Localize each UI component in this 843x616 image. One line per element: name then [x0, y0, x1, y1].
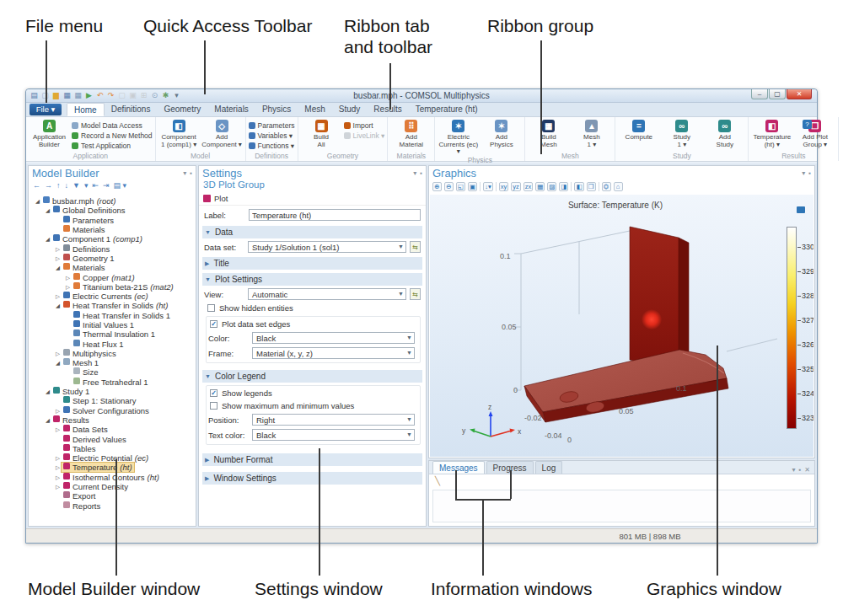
application-builder-button[interactable]: AApplication Builder: [29, 119, 70, 148]
panel-menu-icon[interactable]: ▾: [413, 169, 416, 177]
tree-expand-icon[interactable]: ▷: [64, 273, 72, 282]
transparency-icon[interactable]: ▨: [547, 182, 556, 191]
wireframe-icon[interactable]: ◨: [559, 182, 568, 191]
tree-expand-icon[interactable]: ◢: [54, 358, 62, 367]
title-bar[interactable]: ▤▢▆▦▦▶↶↷▢▣⊞⊙✱▾ busbar.mph - COMSOL Multi…: [26, 89, 817, 103]
tree-item[interactable]: ▷Current Density: [30, 482, 196, 491]
zoom-out-icon[interactable]: ⊖: [444, 182, 454, 191]
go-to-default-view-icon[interactable]: [797, 206, 805, 213]
component-1-button[interactable]: ◧Component 1 (comp1) ▾: [158, 119, 200, 148]
tree-item[interactable]: Size: [30, 367, 196, 377]
print-icon[interactable]: ◧: [574, 182, 583, 191]
variables-button[interactable]: Variables ▾: [249, 131, 295, 140]
ribbon-tab-physics[interactable]: Physics: [255, 103, 298, 116]
tree-item[interactable]: ◢Heat Transfer in Solids(ht): [30, 301, 196, 310]
ribbon-tab-definitions[interactable]: Definitions: [105, 103, 158, 116]
lock-icon[interactable]: ⌂: [614, 182, 623, 191]
tree-item[interactable]: ◢Materials: [30, 263, 196, 272]
parameters-button[interactable]: Parameters: [249, 121, 295, 130]
info-tab-messages[interactable]: Messages: [432, 461, 485, 474]
tree-item[interactable]: Derived Values: [30, 434, 196, 443]
tree-expand-icon[interactable]: ▷: [64, 282, 72, 292]
tree-item[interactable]: Heat Flux 1: [30, 339, 196, 348]
tree-expand-icon[interactable]: ◢: [44, 415, 51, 425]
view-select[interactable]: Automatic▼: [248, 288, 406, 300]
ribbon-tab-materials[interactable]: Materials: [207, 103, 255, 116]
tree-expand-icon[interactable]: ▷: [54, 292, 62, 301]
tree-item[interactable]: Heat Transfer in Solids 1: [30, 311, 196, 320]
tree-item[interactable]: ◢Component 1(comp1): [30, 234, 196, 244]
panel-menu-icon[interactable]: ▾: [183, 169, 186, 177]
tree-item[interactable]: ◢busbar.mph(root): [30, 196, 196, 206]
ribbon-tab-temperature-ht[interactable]: Temperature (ht): [409, 103, 485, 116]
study-1-button[interactable]: ∞Study 1 ▾: [661, 119, 702, 148]
tree-toolbar-icon[interactable]: →: [45, 181, 52, 190]
tree-item[interactable]: ▷Copper(mat1): [30, 272, 196, 281]
tree-item[interactable]: ◢Study 1: [30, 387, 196, 396]
tree-item[interactable]: ▷Definitions: [30, 244, 196, 253]
tree-item[interactable]: ▷Temperature(ht): [30, 463, 196, 472]
build-all-button[interactable]: ▦Build All: [301, 119, 342, 148]
pin-icon[interactable]: ▪: [808, 169, 811, 177]
minimize-button[interactable]: ‒: [751, 89, 768, 99]
tree-expand-icon[interactable]: ▷: [54, 244, 62, 254]
tree-item[interactable]: ▷Isothermal Contours(ht): [30, 473, 196, 482]
tree-item[interactable]: ▷Electric Currents(ec): [30, 292, 196, 301]
record-a-new-method-button[interactable]: Record a New Method: [72, 131, 153, 140]
graphics-plot-area[interactable]: Surface: Temperature (K): [430, 195, 813, 457]
orientation-icon[interactable]: ↓▾: [483, 182, 493, 191]
plot-edges-checkbox[interactable]: ✓: [210, 320, 217, 328]
go-to-zx-view-icon[interactable]: zx: [524, 182, 534, 191]
build-mesh-button[interactable]: ▦Build Mesh: [528, 119, 569, 148]
tree-toolbar-icon[interactable]: ↓: [65, 181, 69, 190]
tree-item[interactable]: Step 1: Stationary: [30, 396, 196, 405]
tree-expand-icon[interactable]: ◢: [44, 387, 51, 396]
tree-item[interactable]: ◢Mesh 1: [30, 358, 196, 367]
add-material-button[interactable]: ⠿Add Material: [390, 119, 432, 148]
show-hidden-checkbox[interactable]: [207, 304, 215, 312]
livelink-button[interactable]: LiveLink ▾: [344, 131, 385, 140]
ribbon-tab-geometry[interactable]: Geometry: [157, 103, 207, 116]
pin-icon[interactable]: ▪: [420, 169, 422, 177]
pin-icon[interactable]: ▪: [798, 466, 801, 474]
go-to-yz-view-icon[interactable]: yz: [511, 182, 521, 191]
tree-toolbar-icon[interactable]: ⇤: [92, 181, 99, 190]
tree-item[interactable]: Free Tetrahedral 1: [30, 378, 196, 387]
tree-toolbar-icon[interactable]: ▤ ▾: [114, 181, 127, 190]
label-input[interactable]: [249, 209, 421, 221]
mesh-1-button[interactable]: ▲Mesh 1 ▾: [571, 119, 612, 148]
tree-expand-icon[interactable]: ▷: [54, 425, 62, 434]
tree-expand-icon[interactable]: ◢: [34, 196, 41, 206]
tree-expand-icon[interactable]: ◢: [54, 301, 62, 310]
import-button[interactable]: Import: [344, 121, 385, 130]
add-plot-group-button[interactable]: ❐Add Plot Group ▾: [794, 119, 835, 148]
copy-image-icon[interactable]: ❐: [587, 182, 596, 191]
ribbon-tab-study[interactable]: Study: [332, 103, 368, 116]
tree-expand-icon[interactable]: ◢: [54, 263, 62, 272]
tree-item[interactable]: Tables: [30, 444, 196, 453]
tree-expand-icon[interactable]: ▷: [54, 406, 62, 415]
tree-item[interactable]: ▷Multiphysics: [30, 349, 196, 358]
compute-button[interactable]: =Compute: [618, 119, 659, 142]
help-icon[interactable]: ?: [803, 120, 812, 129]
go-to-xy-view-icon[interactable]: xy: [499, 182, 509, 191]
tree-expand-icon[interactable]: ◢: [44, 206, 51, 215]
tree-item[interactable]: Reports: [30, 501, 196, 511]
position-select[interactable]: Right▼: [252, 414, 415, 426]
section-title[interactable]: ▶Title: [202, 257, 422, 270]
tree-expand-icon[interactable]: ▷: [54, 254, 62, 263]
show-maxmin-checkbox[interactable]: [210, 402, 217, 410]
tree-expand-icon[interactable]: ◢: [44, 234, 51, 244]
panel-menu-icon[interactable]: ▾: [792, 466, 795, 474]
tree-item[interactable]: Materials: [30, 225, 196, 234]
tree-item[interactable]: Parameters: [30, 216, 196, 225]
add-component-button[interactable]: ◇Add Component ▾: [201, 119, 243, 148]
info-tab-log[interactable]: Log: [535, 461, 563, 474]
tree-expand-icon[interactable]: ▷: [54, 453, 62, 463]
frame-select[interactable]: Material (x, y, z)▼: [252, 347, 415, 359]
clear-messages-icon[interactable]: ╲: [435, 477, 443, 485]
add-study-button[interactable]: ∞Add Study: [704, 119, 745, 148]
tree-expand-icon[interactable]: ▷: [54, 463, 62, 472]
section-data[interactable]: ▼Data: [202, 226, 422, 238]
text-color-select[interactable]: Black▼: [252, 429, 415, 441]
